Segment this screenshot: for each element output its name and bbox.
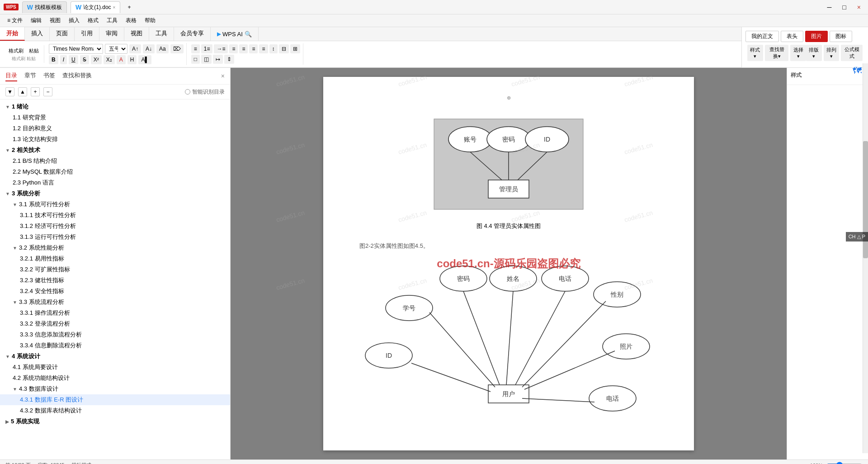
add-tab-button[interactable]: +	[124, 2, 134, 12]
paste-btn[interactable]: 粘贴	[27, 46, 41, 56]
mytext-tab[interactable]: 我的正文	[745, 31, 779, 42]
toc-ch4-3-2[interactable]: 4.3.2 数据库表结构设计	[0, 405, 230, 416]
justify-btn[interactable]: ≡	[259, 44, 268, 53]
style-btn-1[interactable]: 样式▾	[747, 45, 763, 61]
font-size-increase[interactable]: A↑	[129, 44, 141, 53]
bullet-list-btn[interactable]: ≡	[191, 44, 200, 53]
menu-help[interactable]: 帮助	[141, 15, 159, 26]
smart-detect[interactable]: 智能识别目录	[185, 88, 225, 96]
menu-format[interactable]: 格式	[84, 15, 102, 26]
toc-ch2-3[interactable]: 2.3 Python 语言	[0, 177, 230, 188]
icon-tab[interactable]: 图标	[830, 31, 852, 42]
indent-btn[interactable]: →≡	[214, 44, 228, 53]
ribbon-tab-tools[interactable]: 工具	[149, 27, 174, 41]
toc-ch3-2[interactable]: ▼ 3.2 系统性能分析	[0, 242, 230, 253]
toc-ch5[interactable]: ▶ 5 系统实现	[0, 416, 230, 427]
shading-btn[interactable]: ◫	[201, 55, 212, 64]
toc-ch4-3[interactable]: ▼ 4.3 数据库设计	[0, 384, 230, 394]
tab-doc[interactable]: W 论文(1).doc ×	[71, 1, 120, 13]
toc-ch3-3-3[interactable]: 3.3.3 信息添加流程分析	[0, 329, 230, 340]
minimize-button[interactable]: ─	[823, 3, 835, 12]
bookmark-tab[interactable]: 书签	[43, 71, 55, 81]
toc-ch3-3-1[interactable]: 3.3.1 操作流程分析	[0, 308, 230, 318]
header-tab[interactable]: 表头	[781, 31, 803, 42]
toc-ch4[interactable]: ▼ 4 系统设计	[0, 351, 230, 362]
sort-btn[interactable]: 排列▾	[824, 45, 840, 61]
para-spacing-btn[interactable]: ⇕	[224, 55, 234, 64]
subscript-button[interactable]: X₂	[104, 55, 115, 64]
font-color-btn[interactable]: A	[117, 55, 126, 64]
toc-ch4-2[interactable]: 4.2 系统功能结构设计	[0, 373, 230, 384]
toc-ch4-1[interactable]: 4.1 系统局要设计	[0, 362, 230, 373]
ribbon-tab-vip[interactable]: 会员专享	[174, 27, 211, 41]
smart-detect-radio[interactable]	[185, 89, 190, 95]
picture-tab[interactable]: 图片	[805, 31, 828, 42]
border-btn[interactable]: □	[191, 55, 200, 64]
expand-up-button[interactable]: ▲	[18, 87, 27, 96]
toc-ch3-3-4[interactable]: 3.3.4 信息删除流程分析	[0, 340, 230, 351]
zoom-slider[interactable]	[826, 462, 863, 464]
toc-ch1-3[interactable]: 1.3 论文结构安排	[0, 134, 230, 145]
align-left-btn[interactable]: ≡	[229, 44, 238, 53]
align-center-btn[interactable]: ≡	[239, 44, 248, 53]
page-layout-btn[interactable]: 排版▾	[806, 45, 822, 61]
menu-view[interactable]: 视图	[46, 15, 64, 26]
numbered-list-btn[interactable]: 1≡	[201, 44, 213, 53]
toc-tab[interactable]: 目录	[5, 71, 17, 81]
search-icon[interactable]: 🔍	[245, 31, 252, 38]
toc-ch3-3[interactable]: ▼ 3.3 系统流程分析	[0, 297, 230, 308]
tab-template[interactable]: W 找模板模板	[22, 1, 67, 13]
font-size-select[interactable]: 五号	[105, 44, 127, 54]
ribbon-tab-ref[interactable]: 引用	[75, 27, 99, 41]
add-item-button[interactable]: +	[31, 87, 40, 96]
ribbon-tab-insert[interactable]: 插入	[25, 27, 50, 41]
toc-ch1-2[interactable]: 1.2 目的和意义	[0, 123, 230, 134]
menu-tools[interactable]: 工具	[103, 15, 121, 26]
table-btn[interactable]: ⊞	[290, 44, 300, 53]
bold-button[interactable]: B	[49, 55, 58, 64]
font-size-decrease[interactable]: A↓	[143, 44, 155, 53]
toc-ch3[interactable]: ▼ 3 系统分析	[0, 188, 230, 199]
toc-ch1[interactable]: ▼ 1 绪论	[0, 101, 230, 112]
underline-button[interactable]: U	[69, 55, 78, 64]
formula-btn[interactable]: 公式模式	[841, 45, 863, 61]
ribbon-tab-review[interactable]: 审阅	[99, 27, 124, 41]
toc-ch1-1[interactable]: 1.1 研究背景	[0, 112, 230, 123]
sidebar-close-button[interactable]: ×	[221, 72, 225, 80]
menu-table[interactable]: 表格	[122, 15, 140, 26]
strikethrough-button[interactable]: S̶	[80, 55, 89, 64]
toc-ch2[interactable]: ▼ 2 相关技术	[0, 145, 230, 156]
toc-ch3-2-1[interactable]: 3.2.1 易用性指标	[0, 253, 230, 264]
italic-button[interactable]: I	[60, 55, 67, 64]
menu-insert[interactable]: 插入	[65, 15, 83, 26]
font-select[interactable]: Times New Roma	[49, 44, 103, 54]
select-btn[interactable]: 选择▾	[790, 45, 806, 61]
find-replace-btn[interactable]: 查找替换▾	[765, 45, 789, 61]
toc-ch3-1[interactable]: ▼ 3.1 系统可行性分析	[0, 199, 230, 210]
ribbon-tab-start[interactable]: 开始	[0, 27, 25, 41]
bg-color-btn[interactable]: A▌	[138, 55, 151, 64]
ribbon-tab-view[interactable]: 视图	[124, 27, 149, 41]
close-button[interactable]: ×	[854, 3, 864, 12]
restore-button[interactable]: □	[839, 3, 849, 12]
toc-ch3-1-2[interactable]: 3.1.2 经济可行性分析	[0, 221, 230, 232]
toc-ch2-2[interactable]: 2.2 MySQL 数据库介绍	[0, 166, 230, 177]
tab-close-icon[interactable]: ×	[113, 5, 116, 10]
ribbon-tab-ai[interactable]: ▶ WPS AI 🔍	[211, 27, 259, 41]
menu-edit[interactable]: 编辑	[27, 15, 45, 26]
menu-file[interactable]: ≡ 文件	[4, 15, 26, 26]
eraser-btn[interactable]: ⌦	[170, 44, 184, 53]
ribbon-tab-page[interactable]: 页面	[50, 27, 75, 41]
toc-ch4-3-1[interactable]: 4.3.1 数据库 E-R 图设计	[0, 394, 230, 405]
col-btn[interactable]: ⊟	[279, 44, 289, 53]
toc-ch3-2-2[interactable]: 3.2.2 可扩展性指标	[0, 264, 230, 275]
align-right-btn[interactable]: ≡	[249, 44, 258, 53]
remove-item-button[interactable]: −	[43, 87, 52, 96]
format-btn-1[interactable]: 格式刷	[6, 46, 26, 56]
highlight-btn[interactable]: H	[127, 55, 137, 64]
para-indent-btn[interactable]: ↦	[213, 55, 223, 64]
chapter-tab[interactable]: 章节	[24, 71, 36, 81]
toc-ch3-2-4[interactable]: 3.2.4 安全性指标	[0, 286, 230, 297]
toc-ch3-1-1[interactable]: 3.1.1 技术可行性分析	[0, 210, 230, 221]
toc-ch3-3-2[interactable]: 3.3.2 登录流程分析	[0, 318, 230, 329]
